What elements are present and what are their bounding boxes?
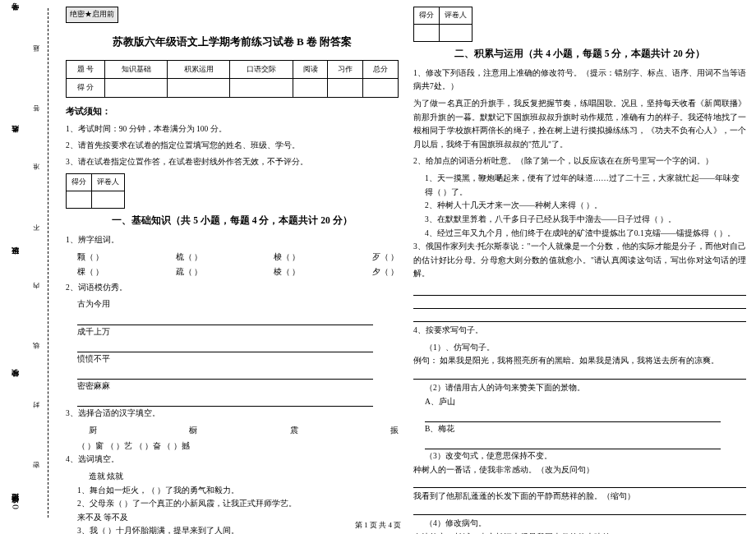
- q4-sub: （3）改变句式，使意思保持不变。: [413, 449, 746, 463]
- char-blank: 梭（ ）: [274, 251, 300, 265]
- table-row: 得分 评卷人: [414, 7, 472, 25]
- q2-item: 1、天一摸黑，鞭炮嗮起来，便有了过年的味道……过了二十三，大家就忙起——年味变得…: [413, 172, 746, 199]
- word-line: 成千上万: [66, 325, 399, 352]
- score-cell: [104, 79, 167, 98]
- char-blank: 棱（ ）: [274, 265, 300, 279]
- mini-score-cell: [440, 24, 472, 41]
- seal-char: 不: [33, 231, 42, 236]
- word-item: 古为今用: [77, 300, 110, 308]
- seal-char: 题: [33, 52, 42, 57]
- q4-2-item: B、梅花: [413, 422, 746, 449]
- page-content: 绝密★启用前 苏教版六年级语文上学期考前练习试卷 B 卷 附答案 题 号 知识基…: [66, 7, 748, 516]
- char-blank: 夕（ ）: [372, 265, 399, 279]
- question-1-1: 1、辨字组词。: [66, 233, 399, 247]
- q4-4-item: 布达拉宫、长城、南京长江大桥是我国古代的伟大建筑。: [413, 531, 746, 535]
- binding-dotted-line: [48, 8, 48, 518]
- score-cell: [363, 79, 399, 98]
- word-line: 愤愤不平: [66, 352, 399, 380]
- left-column: 绝密★启用前 苏教版六年级语文上学期考前练习试卷 B 卷 附答案 题 号 知识基…: [66, 7, 399, 516]
- item-label: B、梅花: [425, 425, 454, 433]
- mini-score-table: 得分 评卷人: [66, 173, 125, 209]
- seal-char: 内: [33, 290, 42, 295]
- question-2-1-body: 为了做一名真正的升旗手，我反复把握节奏，练唱国歌。况且，坚持每天收看《新闻联播》…: [413, 97, 746, 152]
- char-blank: 颗（ ）: [77, 251, 104, 265]
- question-2-2: 2、给加点的词语分析吐意。（除了第一个，以反应该在在所号里写一个字的词。）: [413, 154, 746, 168]
- word-choices: 造就 炫就: [66, 470, 399, 484]
- answer-line: [425, 441, 721, 449]
- seal-char: 答: [33, 112, 42, 117]
- word-item: 愤愤不平: [77, 355, 110, 363]
- score-cell: [230, 79, 293, 98]
- char-row: 颗（ ） 梳（ ） 梭（ ） 歹（ ）: [66, 251, 399, 265]
- q2-item: 2、种树人十几天才来一次——种树人来得（ ）。: [413, 199, 746, 213]
- answer-line: [413, 297, 746, 309]
- answer-line: [77, 371, 373, 380]
- q2-item: 4、经过三年又九个月，他们终于在成吨的矿渣中提炼出了0.1克镭——镭提炼得（ ）…: [413, 227, 746, 241]
- question-2-4: 4、按要求写句子。: [413, 324, 746, 338]
- answer-line: [413, 368, 746, 380]
- char-blank: 疏（ ）: [176, 265, 202, 279]
- answer-line: [77, 398, 373, 407]
- mini-score-label: 得分: [67, 174, 92, 191]
- score-col: 总分: [363, 60, 399, 79]
- char-blank: 棵（ ）: [77, 265, 104, 279]
- question-1-3: 3、选择合适的汉字填空。: [66, 407, 399, 421]
- notice-item: 3、请在试卷指定位置作答，在试卷密封线外作答无效，不予评分。: [66, 155, 399, 169]
- item-label: A、庐山: [425, 398, 455, 406]
- word-item: 密密麻麻: [77, 382, 110, 390]
- table-row: 得分 评卷人: [67, 174, 125, 191]
- answer-line: [413, 311, 746, 322]
- table-row: [414, 24, 472, 41]
- q4-3-a: 种树人的一番话，使我非常感动。（改为反问句）: [413, 463, 746, 477]
- score-cell: [293, 79, 328, 98]
- notice-title: 考试须知：: [66, 104, 399, 119]
- notice-item: 2、请首先按要求在试卷的指定位置填写您的姓名、班级、学号。: [66, 139, 399, 153]
- binding-label: 乡镇(街道): [10, 504, 21, 509]
- q4-example: 例句： 如果我是阳光，我将照亮所有的黑暗。如果我是清风，我将送去所有的凉爽。: [413, 354, 746, 368]
- score-cell: [168, 79, 230, 98]
- q4-sub: （2）请借用古人的诗句来赞美下面的景物。: [413, 381, 746, 395]
- mini-score-label: 评卷人: [92, 174, 125, 191]
- score-table: 题 号 知识基础 积累运用 口语交际 阅读 习作 总分 得 分: [66, 60, 399, 99]
- notice-list: 1、考试时间：90 分钟，本卷满分为 100 分。 2、请首先按要求在试卷的指定…: [66, 122, 399, 168]
- answer-line: [77, 317, 373, 325]
- answer-line: [413, 284, 746, 296]
- section-1-title: 一、基础知识（共 5 小题，每题 4 分，本题共计 20 分）: [66, 212, 399, 228]
- score-cell: [328, 79, 363, 98]
- word-item: 成千上万: [77, 328, 110, 336]
- mini-score-cell: [67, 191, 92, 209]
- mini-score-cell: [92, 191, 125, 209]
- score-col: 习作: [328, 60, 363, 79]
- char-blank: 歹（ ）: [372, 251, 399, 265]
- question-2-1: 1、修改下列语段，注意用上准确的修改符号。（提示：错别字、标点、语序、用词不当等…: [413, 67, 746, 94]
- section-2-title: 二、积累与运用（共 4 小题，每题 5 分，本题共计 20 分）: [413, 45, 746, 62]
- char-opt: 厨: [89, 424, 97, 438]
- q2-item: 3、在默默里算着，八千多日子已经从我手中溜去——日子过得（ ）。: [413, 213, 746, 227]
- seal-char: 封: [33, 409, 42, 414]
- score-col: 题 号: [67, 60, 105, 79]
- answer-line: [413, 504, 746, 515]
- q4-item: 2、父母亲（ ）了一个真正的小新凤霞，让我正式拜师学艺。: [66, 497, 399, 511]
- score-col: 口语交际: [230, 60, 293, 79]
- mini-score-label: 得分: [414, 7, 440, 25]
- binding-edge: 学号 姓名 班级 学校 乡镇(街道) 题 答 准 不 内 线 封 密: [0, 0, 58, 534]
- q4-item: 1、舞台如一炬火，（ ）了我的勇气和毅力。: [66, 484, 399, 498]
- question-2-3: 3、俄国作家列夫·托尔斯泰说："一个人就像是一个分数，他的实际才能是分子，而他对…: [413, 240, 746, 281]
- seal-char: 准: [33, 171, 42, 176]
- word-line: 古为今用: [66, 297, 399, 325]
- score-col: 积累运用: [168, 60, 230, 79]
- char-opt: 振: [390, 424, 399, 438]
- char-row: 棵（ ） 疏（ ） 棱（ ） 夕（ ）: [66, 265, 399, 279]
- table-row: 得 分: [67, 79, 399, 98]
- seal-char: 线: [33, 350, 42, 355]
- mini-score-cell: [414, 24, 440, 41]
- notice-item: 1、考试时间：90 分钟，本卷满分为 100 分。: [66, 122, 399, 136]
- answer-line: [77, 344, 373, 352]
- binding-field-labels: 学号 姓名 班级 学校 乡镇(街道): [10, 16, 21, 509]
- mini-score-label: 评卷人: [440, 7, 472, 25]
- char-opt: 震: [290, 424, 298, 438]
- paper-title: 苏教版六年级语文上学期考前练习试卷 B 卷 附答案: [66, 33, 399, 52]
- q4-2-item: A、庐山: [413, 395, 746, 422]
- question-1-4: 4、选词填空。: [66, 453, 399, 467]
- word-line: 密密麻麻: [66, 380, 399, 407]
